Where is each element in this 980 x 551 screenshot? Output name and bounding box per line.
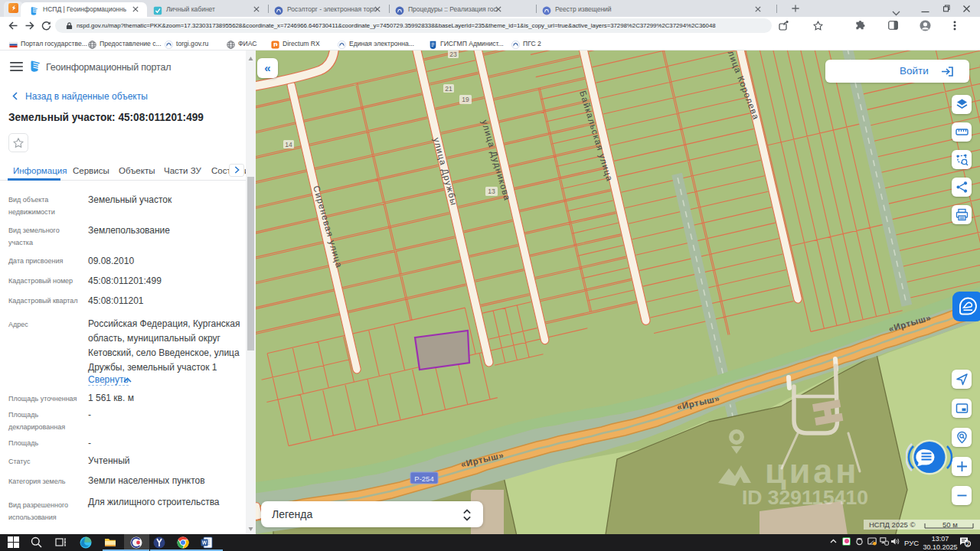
svg-text:ID 329115410: ID 329115410 — [742, 486, 868, 509]
svg-text:НСПД 2025 ©: НСПД 2025 © — [869, 520, 915, 529]
svg-text:циан: циан — [765, 452, 860, 491]
svg-text:Р-254: Р-254 — [414, 474, 433, 483]
svg-text:23: 23 — [449, 51, 457, 58]
svg-text:50 м: 50 м — [942, 520, 958, 529]
svg-text:2: 2 — [966, 540, 969, 547]
svg-text:19: 19 — [462, 96, 469, 103]
svg-text:14: 14 — [285, 141, 292, 148]
svg-text:13: 13 — [488, 187, 495, 195]
svg-text:21: 21 — [445, 85, 452, 93]
